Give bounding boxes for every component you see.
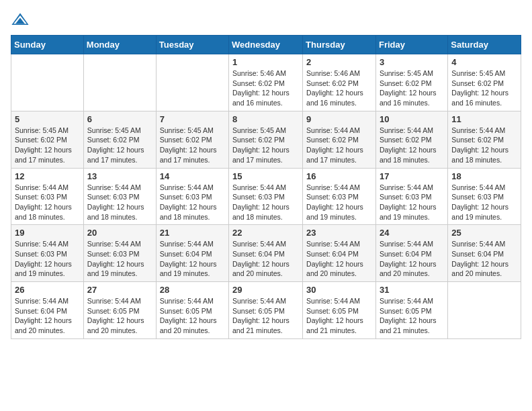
day-info: Sunrise: 5:45 AM Sunset: 6:02 PM Dayligh…	[87, 126, 152, 165]
day-info: Sunrise: 5:46 AM Sunset: 6:02 PM Dayligh…	[232, 68, 299, 108]
calendar-cell: 1Sunrise: 5:46 AM Sunset: 6:02 PM Daylig…	[229, 54, 303, 111]
calendar-cell	[83, 54, 156, 111]
day-number: 31	[380, 285, 444, 295]
calendar-cell: 10Sunrise: 5:44 AM Sunset: 6:02 PM Dayli…	[375, 111, 447, 168]
calendar-week-row: 26Sunrise: 5:44 AM Sunset: 6:04 PM Dayli…	[11, 282, 521, 339]
calendar-cell: 26Sunrise: 5:44 AM Sunset: 6:04 PM Dayli…	[11, 282, 84, 339]
day-info: Sunrise: 5:44 AM Sunset: 6:03 PM Dayligh…	[87, 183, 152, 222]
calendar-cell: 31Sunrise: 5:44 AM Sunset: 6:05 PM Dayli…	[375, 282, 447, 339]
day-number: 27	[87, 285, 152, 295]
calendar-cell: 2Sunrise: 5:46 AM Sunset: 6:02 PM Daylig…	[303, 54, 376, 111]
calendar-cell: 13Sunrise: 5:44 AM Sunset: 6:03 PM Dayli…	[83, 168, 156, 225]
calendar-week-row: 1Sunrise: 5:46 AM Sunset: 6:02 PM Daylig…	[11, 54, 521, 111]
col-header-wednesday: Wednesday	[229, 36, 303, 54]
day-number: 30	[306, 285, 372, 295]
calendar-cell: 18Sunrise: 5:44 AM Sunset: 6:03 PM Dayli…	[448, 168, 521, 225]
calendar-cell: 9Sunrise: 5:44 AM Sunset: 6:02 PM Daylig…	[303, 111, 376, 168]
calendar-cell: 21Sunrise: 5:44 AM Sunset: 6:04 PM Dayli…	[156, 225, 228, 282]
day-number: 21	[160, 228, 225, 238]
day-info: Sunrise: 5:44 AM Sunset: 6:03 PM Dayligh…	[15, 239, 80, 279]
day-number: 15	[232, 171, 299, 181]
calendar-week-row: 19Sunrise: 5:44 AM Sunset: 6:03 PM Dayli…	[11, 225, 521, 282]
day-info: Sunrise: 5:44 AM Sunset: 6:03 PM Dayligh…	[15, 183, 80, 222]
day-number: 26	[15, 285, 80, 295]
day-number: 20	[87, 228, 152, 238]
calendar-cell: 5Sunrise: 5:45 AM Sunset: 6:02 PM Daylig…	[11, 111, 84, 168]
day-info: Sunrise: 5:44 AM Sunset: 6:05 PM Dayligh…	[306, 296, 372, 336]
logo	[11, 11, 32, 30]
day-info: Sunrise: 5:44 AM Sunset: 6:05 PM Dayligh…	[160, 296, 225, 336]
day-number: 2	[306, 57, 372, 67]
day-info: Sunrise: 5:44 AM Sunset: 6:05 PM Dayligh…	[380, 296, 444, 336]
day-info: Sunrise: 5:44 AM Sunset: 6:03 PM Dayligh…	[451, 183, 517, 222]
day-info: Sunrise: 5:44 AM Sunset: 6:03 PM Dayligh…	[306, 183, 372, 222]
day-number: 11	[451, 114, 517, 124]
col-header-tuesday: Tuesday	[156, 36, 228, 54]
day-info: Sunrise: 5:44 AM Sunset: 6:05 PM Dayligh…	[87, 296, 152, 336]
day-info: Sunrise: 5:45 AM Sunset: 6:02 PM Dayligh…	[160, 126, 225, 165]
calendar-cell: 24Sunrise: 5:44 AM Sunset: 6:04 PM Dayli…	[375, 225, 447, 282]
calendar-cell: 19Sunrise: 5:44 AM Sunset: 6:03 PM Dayli…	[11, 225, 84, 282]
day-number: 17	[380, 171, 444, 181]
calendar-cell: 16Sunrise: 5:44 AM Sunset: 6:03 PM Dayli…	[303, 168, 376, 225]
calendar-cell: 11Sunrise: 5:44 AM Sunset: 6:02 PM Dayli…	[448, 111, 521, 168]
calendar-cell: 8Sunrise: 5:45 AM Sunset: 6:02 PM Daylig…	[229, 111, 303, 168]
day-info: Sunrise: 5:44 AM Sunset: 6:03 PM Dayligh…	[160, 183, 225, 222]
day-number: 8	[232, 114, 299, 124]
calendar-cell: 20Sunrise: 5:44 AM Sunset: 6:03 PM Dayli…	[83, 225, 156, 282]
day-number: 16	[306, 171, 372, 181]
col-header-saturday: Saturday	[448, 36, 521, 54]
day-number: 29	[232, 285, 299, 295]
day-info: Sunrise: 5:46 AM Sunset: 6:02 PM Dayligh…	[306, 68, 372, 108]
day-info: Sunrise: 5:45 AM Sunset: 6:02 PM Dayligh…	[232, 126, 299, 165]
day-number: 5	[15, 114, 80, 124]
day-info: Sunrise: 5:45 AM Sunset: 6:02 PM Dayligh…	[15, 126, 80, 165]
day-number: 28	[160, 285, 225, 295]
day-info: Sunrise: 5:44 AM Sunset: 6:04 PM Dayligh…	[232, 239, 299, 279]
day-info: Sunrise: 5:44 AM Sunset: 6:04 PM Dayligh…	[306, 239, 372, 279]
calendar-cell: 14Sunrise: 5:44 AM Sunset: 6:03 PM Dayli…	[156, 168, 228, 225]
calendar-cell: 12Sunrise: 5:44 AM Sunset: 6:03 PM Dayli…	[11, 168, 84, 225]
day-info: Sunrise: 5:44 AM Sunset: 6:02 PM Dayligh…	[451, 126, 517, 165]
calendar-cell: 22Sunrise: 5:44 AM Sunset: 6:04 PM Dayli…	[229, 225, 303, 282]
day-number: 14	[160, 171, 225, 181]
day-number: 25	[451, 228, 517, 238]
calendar-cell: 27Sunrise: 5:44 AM Sunset: 6:05 PM Dayli…	[83, 282, 156, 339]
calendar-week-row: 5Sunrise: 5:45 AM Sunset: 6:02 PM Daylig…	[11, 111, 521, 168]
calendar-cell: 4Sunrise: 5:45 AM Sunset: 6:02 PM Daylig…	[448, 54, 521, 111]
day-number: 4	[451, 57, 517, 67]
calendar-header-row: SundayMondayTuesdayWednesdayThursdayFrid…	[11, 36, 521, 54]
calendar-week-row: 12Sunrise: 5:44 AM Sunset: 6:03 PM Dayli…	[11, 168, 521, 225]
day-number: 18	[451, 171, 517, 181]
day-info: Sunrise: 5:44 AM Sunset: 6:04 PM Dayligh…	[451, 239, 517, 279]
calendar-cell: 28Sunrise: 5:44 AM Sunset: 6:05 PM Dayli…	[156, 282, 228, 339]
calendar-cell: 25Sunrise: 5:44 AM Sunset: 6:04 PM Dayli…	[448, 225, 521, 282]
day-number: 19	[15, 228, 80, 238]
logo-icon	[11, 11, 30, 30]
day-info: Sunrise: 5:44 AM Sunset: 6:04 PM Dayligh…	[380, 239, 444, 279]
calendar-cell: 3Sunrise: 5:45 AM Sunset: 6:02 PM Daylig…	[375, 54, 447, 111]
calendar-cell: 6Sunrise: 5:45 AM Sunset: 6:02 PM Daylig…	[83, 111, 156, 168]
calendar-cell	[11, 54, 84, 111]
col-header-thursday: Thursday	[303, 36, 376, 54]
day-number: 7	[160, 114, 225, 124]
day-info: Sunrise: 5:44 AM Sunset: 6:04 PM Dayligh…	[160, 239, 225, 279]
page-header	[11, 11, 521, 30]
calendar-cell: 17Sunrise: 5:44 AM Sunset: 6:03 PM Dayli…	[375, 168, 447, 225]
day-info: Sunrise: 5:44 AM Sunset: 6:02 PM Dayligh…	[380, 126, 444, 165]
day-number: 1	[232, 57, 299, 67]
calendar-cell: 29Sunrise: 5:44 AM Sunset: 6:05 PM Dayli…	[229, 282, 303, 339]
day-info: Sunrise: 5:44 AM Sunset: 6:05 PM Dayligh…	[232, 296, 299, 336]
day-number: 6	[87, 114, 152, 124]
day-info: Sunrise: 5:44 AM Sunset: 6:02 PM Dayligh…	[306, 126, 372, 165]
col-header-friday: Friday	[375, 36, 447, 54]
day-number: 9	[306, 114, 372, 124]
day-info: Sunrise: 5:44 AM Sunset: 6:03 PM Dayligh…	[232, 183, 299, 222]
calendar-cell: 7Sunrise: 5:45 AM Sunset: 6:02 PM Daylig…	[156, 111, 228, 168]
day-info: Sunrise: 5:45 AM Sunset: 6:02 PM Dayligh…	[380, 68, 444, 108]
day-number: 3	[380, 57, 444, 67]
col-header-sunday: Sunday	[11, 36, 84, 54]
day-number: 10	[380, 114, 444, 124]
day-info: Sunrise: 5:44 AM Sunset: 6:03 PM Dayligh…	[87, 239, 152, 279]
calendar-cell: 30Sunrise: 5:44 AM Sunset: 6:05 PM Dayli…	[303, 282, 376, 339]
